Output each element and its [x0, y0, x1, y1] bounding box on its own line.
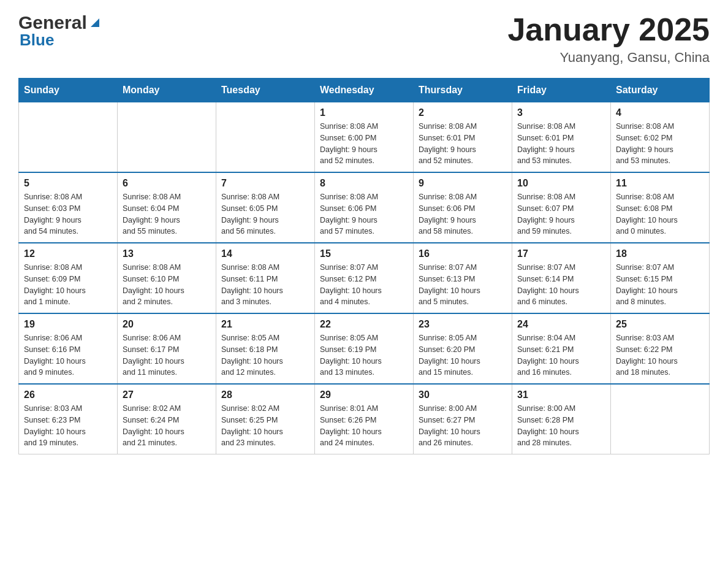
day-info: Sunrise: 8:03 AM Sunset: 6:22 PM Dayligh…: [616, 332, 704, 378]
table-row: 23Sunrise: 8:05 AM Sunset: 6:20 PM Dayli…: [414, 313, 512, 384]
logo-triangle-icon: [88, 16, 102, 29]
col-sunday: Sunday: [19, 79, 118, 102]
day-number: 27: [123, 389, 211, 400]
table-row: 6Sunrise: 8:08 AM Sunset: 6:04 PM Daylig…: [118, 172, 216, 243]
month-title: January 2025: [507, 12, 710, 47]
day-number: 7: [221, 178, 309, 189]
day-info: Sunrise: 8:00 AM Sunset: 6:27 PM Dayligh…: [419, 403, 507, 449]
day-number: 21: [221, 319, 309, 330]
table-row: 20Sunrise: 8:06 AM Sunset: 6:17 PM Dayli…: [118, 313, 216, 384]
day-number: 6: [123, 178, 211, 189]
day-number: 13: [123, 248, 211, 259]
day-info: Sunrise: 8:08 AM Sunset: 6:08 PM Dayligh…: [616, 191, 704, 237]
day-info: Sunrise: 8:01 AM Sunset: 6:26 PM Dayligh…: [320, 403, 408, 449]
table-row: 19Sunrise: 8:06 AM Sunset: 6:16 PM Dayli…: [19, 313, 118, 384]
day-number: 16: [419, 248, 507, 259]
day-info: Sunrise: 8:05 AM Sunset: 6:20 PM Dayligh…: [419, 332, 507, 378]
col-monday: Monday: [118, 79, 216, 102]
day-info: Sunrise: 8:05 AM Sunset: 6:18 PM Dayligh…: [221, 332, 309, 378]
table-row: 29Sunrise: 8:01 AM Sunset: 6:26 PM Dayli…: [315, 384, 414, 454]
calendar-week-3: 12Sunrise: 8:08 AM Sunset: 6:09 PM Dayli…: [19, 243, 710, 313]
day-number: 1: [320, 107, 408, 118]
title-section: January 2025 Yuanyang, Gansu, China: [507, 12, 710, 66]
day-number: 4: [616, 107, 704, 118]
day-number: 17: [517, 248, 605, 259]
table-row: 16Sunrise: 8:07 AM Sunset: 6:13 PM Dayli…: [414, 243, 512, 313]
day-info: Sunrise: 8:08 AM Sunset: 6:00 PM Dayligh…: [320, 121, 408, 167]
table-row: 10Sunrise: 8:08 AM Sunset: 6:07 PM Dayli…: [512, 172, 611, 243]
day-number: 20: [123, 319, 211, 330]
day-number: 5: [24, 178, 112, 189]
calendar-week-2: 5Sunrise: 8:08 AM Sunset: 6:03 PM Daylig…: [19, 172, 710, 243]
table-row: [19, 102, 118, 173]
day-info: Sunrise: 8:02 AM Sunset: 6:25 PM Dayligh…: [221, 403, 309, 449]
day-number: 8: [320, 178, 408, 189]
day-info: Sunrise: 8:08 AM Sunset: 6:11 PM Dayligh…: [221, 262, 309, 308]
table-row: 24Sunrise: 8:04 AM Sunset: 6:21 PM Dayli…: [512, 313, 611, 384]
day-info: Sunrise: 8:06 AM Sunset: 6:16 PM Dayligh…: [24, 332, 112, 378]
day-info: Sunrise: 8:06 AM Sunset: 6:17 PM Dayligh…: [123, 332, 211, 378]
table-row: 27Sunrise: 8:02 AM Sunset: 6:24 PM Dayli…: [118, 384, 216, 454]
day-info: Sunrise: 8:07 AM Sunset: 6:13 PM Dayligh…: [419, 262, 507, 308]
logo-general: General: [18, 12, 87, 33]
day-number: 28: [221, 389, 309, 400]
day-number: 3: [517, 107, 605, 118]
day-info: Sunrise: 8:00 AM Sunset: 6:28 PM Dayligh…: [517, 403, 605, 449]
table-row: [611, 384, 710, 454]
day-number: 31: [517, 389, 605, 400]
logo-blue: Blue: [18, 31, 54, 50]
table-row: 17Sunrise: 8:07 AM Sunset: 6:14 PM Dayli…: [512, 243, 611, 313]
table-row: 11Sunrise: 8:08 AM Sunset: 6:08 PM Dayli…: [611, 172, 710, 243]
day-number: 9: [419, 178, 507, 189]
calendar-week-4: 19Sunrise: 8:06 AM Sunset: 6:16 PM Dayli…: [19, 313, 710, 384]
day-info: Sunrise: 8:08 AM Sunset: 6:09 PM Dayligh…: [24, 262, 112, 308]
col-saturday: Saturday: [611, 79, 710, 102]
table-row: 4Sunrise: 8:08 AM Sunset: 6:02 PM Daylig…: [611, 102, 710, 173]
day-number: 26: [24, 389, 112, 400]
page-header: General Blue January 2025 Yuanyang, Gans…: [18, 12, 710, 66]
day-info: Sunrise: 8:08 AM Sunset: 6:02 PM Dayligh…: [616, 121, 704, 167]
col-tuesday: Tuesday: [216, 79, 315, 102]
day-info: Sunrise: 8:08 AM Sunset: 6:01 PM Dayligh…: [419, 121, 507, 167]
table-row: 12Sunrise: 8:08 AM Sunset: 6:09 PM Dayli…: [19, 243, 118, 313]
day-number: 25: [616, 319, 704, 330]
svg-marker-0: [91, 18, 99, 27]
table-row: [216, 102, 315, 173]
table-row: 28Sunrise: 8:02 AM Sunset: 6:25 PM Dayli…: [216, 384, 315, 454]
day-number: 24: [517, 319, 605, 330]
table-row: 5Sunrise: 8:08 AM Sunset: 6:03 PM Daylig…: [19, 172, 118, 243]
table-row: 30Sunrise: 8:00 AM Sunset: 6:27 PM Dayli…: [414, 384, 512, 454]
day-info: Sunrise: 8:08 AM Sunset: 6:10 PM Dayligh…: [123, 262, 211, 308]
table-row: 22Sunrise: 8:05 AM Sunset: 6:19 PM Dayli…: [315, 313, 414, 384]
day-info: Sunrise: 8:08 AM Sunset: 6:05 PM Dayligh…: [221, 191, 309, 237]
location: Yuanyang, Gansu, China: [507, 50, 710, 66]
day-info: Sunrise: 8:08 AM Sunset: 6:04 PM Dayligh…: [123, 191, 211, 237]
day-number: 23: [419, 319, 507, 330]
table-row: 2Sunrise: 8:08 AM Sunset: 6:01 PM Daylig…: [414, 102, 512, 173]
table-row: 18Sunrise: 8:07 AM Sunset: 6:15 PM Dayli…: [611, 243, 710, 313]
day-info: Sunrise: 8:08 AM Sunset: 6:07 PM Dayligh…: [517, 191, 605, 237]
table-row: [118, 102, 216, 173]
table-row: 9Sunrise: 8:08 AM Sunset: 6:06 PM Daylig…: [414, 172, 512, 243]
col-wednesday: Wednesday: [315, 79, 414, 102]
calendar-table: Sunday Monday Tuesday Wednesday Thursday…: [18, 78, 710, 454]
day-info: Sunrise: 8:08 AM Sunset: 6:03 PM Dayligh…: [24, 191, 112, 237]
day-info: Sunrise: 8:08 AM Sunset: 6:06 PM Dayligh…: [419, 191, 507, 237]
day-info: Sunrise: 8:03 AM Sunset: 6:23 PM Dayligh…: [24, 403, 112, 449]
table-row: 13Sunrise: 8:08 AM Sunset: 6:10 PM Dayli…: [118, 243, 216, 313]
table-row: 15Sunrise: 8:07 AM Sunset: 6:12 PM Dayli…: [315, 243, 414, 313]
col-friday: Friday: [512, 79, 611, 102]
day-info: Sunrise: 8:02 AM Sunset: 6:24 PM Dayligh…: [123, 403, 211, 449]
day-number: 10: [517, 178, 605, 189]
day-number: 18: [616, 248, 704, 259]
day-number: 19: [24, 319, 112, 330]
day-number: 14: [221, 248, 309, 259]
day-number: 22: [320, 319, 408, 330]
table-row: 31Sunrise: 8:00 AM Sunset: 6:28 PM Dayli…: [512, 384, 611, 454]
calendar-week-5: 26Sunrise: 8:03 AM Sunset: 6:23 PM Dayli…: [19, 384, 710, 454]
day-number: 12: [24, 248, 112, 259]
table-row: 8Sunrise: 8:08 AM Sunset: 6:06 PM Daylig…: [315, 172, 414, 243]
day-info: Sunrise: 8:08 AM Sunset: 6:01 PM Dayligh…: [517, 121, 605, 167]
table-row: 3Sunrise: 8:08 AM Sunset: 6:01 PM Daylig…: [512, 102, 611, 173]
table-row: 26Sunrise: 8:03 AM Sunset: 6:23 PM Dayli…: [19, 384, 118, 454]
